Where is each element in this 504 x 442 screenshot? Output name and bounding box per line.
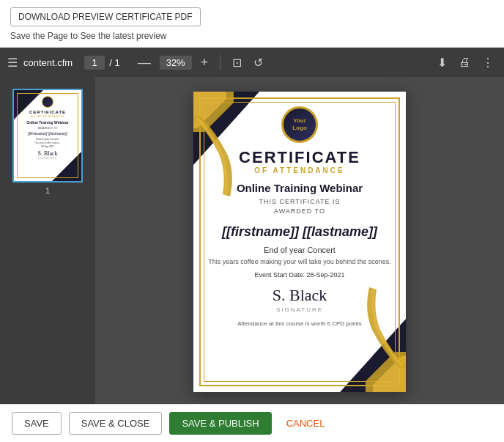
more-options-icon[interactable]: ⋮ [479, 54, 497, 71]
cert-signature: S. Black [273, 286, 327, 305]
certificate-preview: YourLogo CERTIFICATE OF ATTENDANCE Onlin… [193, 92, 406, 392]
zoom-out-button[interactable]: — [135, 54, 154, 72]
menu-icon[interactable]: ☰ [7, 56, 18, 70]
thumbnail-frame: CERTIFICATE OF ATTENDANCE Online Trainin… [12, 89, 83, 183]
cert-footer-text: Attendance at this course is worth 6 CPD… [237, 320, 361, 327]
download-preview-button[interactable]: DOWNLOAD PREVIEW CERTIFICATE PDF [10, 7, 201, 26]
save-close-button[interactable]: SAVE & CLOSE [69, 412, 163, 435]
thumbnail-panel: CERTIFICATE OF ATTENDANCE Online Trainin… [0, 77, 95, 404]
zoom-level-input[interactable] [160, 56, 192, 70]
cert-recipient-name: [[firstname]] [[lastname]] [222, 224, 377, 240]
cert-signature-area: S. Black SIGNATURE [273, 286, 327, 313]
save-publish-button[interactable]: SAVE & PUBLISH [169, 412, 271, 435]
pdf-toolbar: ☰ content.cfm / 1 — + ⊡ ↺ ⬇ 🖨 ⋮ [0, 48, 504, 77]
cert-start-date: Event Start Date: 28-Sep-2021 [254, 271, 344, 279]
page-separator: / 1 [109, 57, 119, 68]
page-number-input[interactable] [84, 56, 105, 70]
thumbnail-page-number: 1 [45, 186, 50, 195]
cert-event-title: Online Training Webinar [237, 182, 363, 194]
cert-title: CERTIFICATE [239, 149, 360, 166]
main-cert-view: YourLogo CERTIFICATE OF ATTENDANCE Onlin… [95, 77, 504, 404]
cert-subtitle: OF ATTENDANCE [254, 166, 344, 174]
pdf-viewer: CERTIFICATE OF ATTENDANCE Online Trainin… [0, 77, 504, 404]
history-icon[interactable]: ↺ [251, 54, 266, 71]
zoom-in-button[interactable]: + [198, 54, 212, 72]
certificate-content: YourLogo CERTIFICATE OF ATTENDANCE Onlin… [193, 92, 406, 339]
save-button[interactable]: SAVE [12, 412, 62, 435]
cert-description: This years coffee making your will take … [208, 257, 390, 267]
cert-awarded-text: THIS CERTIFICATE ISAWARDED TO [259, 197, 340, 216]
page-navigation: / 1 [84, 56, 119, 70]
fit-page-icon[interactable]: ⊡ [229, 54, 245, 71]
print-icon[interactable]: 🖨 [456, 54, 473, 70]
cancel-button[interactable]: CANCEL [279, 413, 333, 434]
toolbar-divider [220, 55, 220, 70]
download-icon[interactable]: ⬇ [434, 54, 450, 71]
top-bar: DOWNLOAD PREVIEW CERTIFICATE PDF Save th… [0, 0, 504, 48]
pdf-filename: content.cfm [23, 57, 73, 68]
thumbnail-page-1[interactable]: CERTIFICATE OF ATTENDANCE Online Trainin… [12, 89, 83, 195]
cert-event-name: End of year Concert [264, 246, 336, 254]
cert-signature-label: SIGNATURE [276, 306, 323, 313]
cert-logo-text: YourLogo [292, 117, 307, 131]
bottom-action-bar: SAVE SAVE & CLOSE SAVE & PUBLISH CANCEL [0, 404, 504, 442]
save-hint-text: Save the Page to See the latest preview [10, 31, 494, 41]
cert-logo: YourLogo [281, 106, 318, 143]
